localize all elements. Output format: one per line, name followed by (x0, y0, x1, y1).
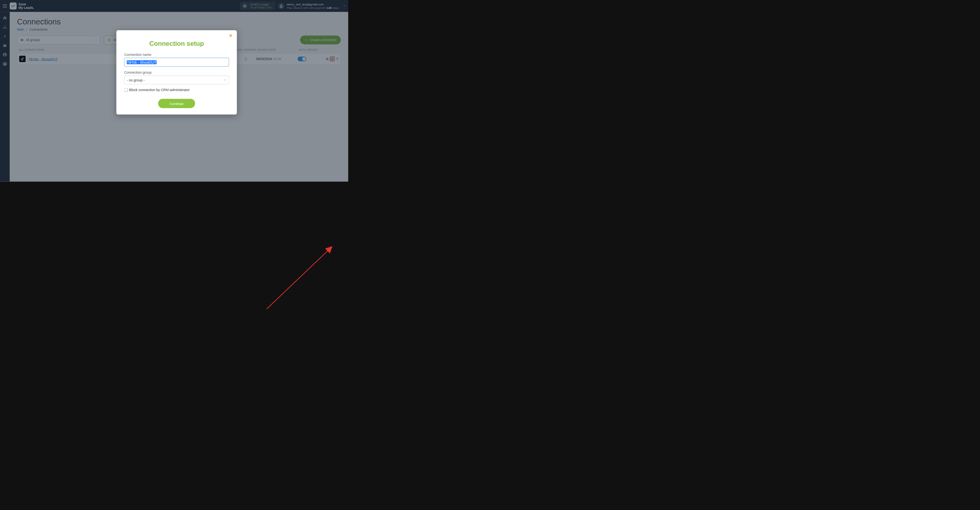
connection-name-input[interactable]: TikTok - ShoutOUT (124, 58, 229, 67)
modal-close-button[interactable] (229, 33, 233, 38)
connection-group-label: Connection group (124, 70, 229, 74)
modal-title: Connection setup (124, 40, 229, 47)
connection-setup-modal: Connection setup Connection name TikTok … (116, 30, 237, 115)
annotation-arrow (0, 181, 348, 363)
connection-group-value: - no group - (127, 78, 144, 82)
close-icon (229, 33, 233, 38)
block-connection-label: Block connection by CRM administrator (129, 88, 190, 92)
connection-name-label: Connection name (124, 52, 229, 56)
connection-group-select[interactable]: - no group - (124, 76, 229, 84)
svg-line-12 (266, 247, 332, 309)
continue-button[interactable]: Continue (158, 99, 195, 108)
connection-name-value: TikTok - ShoutOUT (127, 60, 156, 64)
block-connection-checkbox[interactable] (124, 88, 128, 92)
chevron-down-icon (224, 79, 227, 81)
